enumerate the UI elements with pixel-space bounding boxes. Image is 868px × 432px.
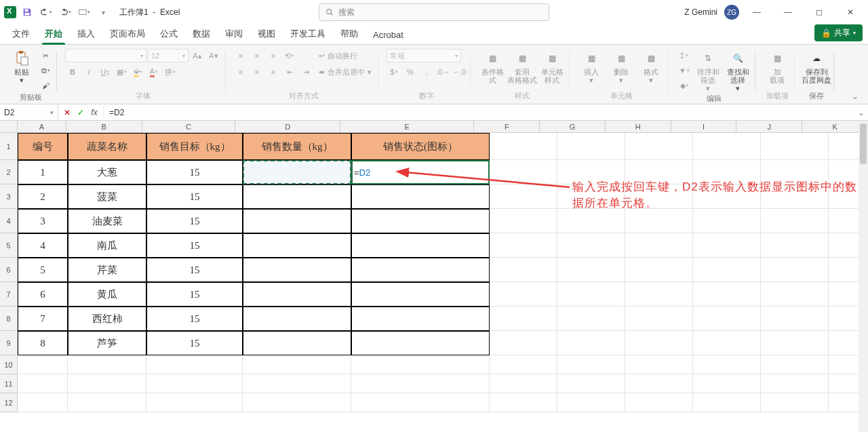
cell-G8[interactable] <box>557 307 625 331</box>
font-name-combo[interactable]: ▾ <box>65 49 146 62</box>
fill-button[interactable]: ▼ <box>677 64 692 77</box>
row-header-7[interactable]: 7 <box>0 282 18 307</box>
cell-A12[interactable] <box>18 393 68 412</box>
cell-H1[interactable] <box>625 133 693 160</box>
row-header-6[interactable]: 6 <box>0 258 18 282</box>
format-painter-button[interactable]: 🖌 <box>38 79 53 92</box>
autosum-button[interactable]: Σ <box>677 49 692 62</box>
qat-customize-button[interactable]: ▾ <box>95 4 111 20</box>
table-cell[interactable]: 8 <box>18 331 68 355</box>
border-button[interactable]: ▦ <box>114 65 129 79</box>
tab-视图[interactable]: 视图 <box>251 24 282 44</box>
format-cells-button[interactable]: ▦格式▾ <box>637 49 665 85</box>
ribbon-mode-button[interactable]: — <box>743 3 770 22</box>
paste-button[interactable]: 粘贴▾ <box>8 49 35 85</box>
vertical-scrollbar[interactable] <box>859 121 868 432</box>
cell-I12[interactable] <box>693 393 761 412</box>
cell-B11[interactable] <box>68 374 146 393</box>
decrease-font-button[interactable]: A▾ <box>206 49 221 62</box>
row-header-11[interactable]: 11 <box>0 374 18 393</box>
table-cell[interactable]: 5 <box>18 258 68 282</box>
col-header-E[interactable]: E <box>340 121 474 132</box>
cancel-formula-button[interactable]: ✕ <box>61 106 73 119</box>
insert-function-button[interactable]: fx <box>88 106 100 119</box>
table-cell[interactable]: 菠菜 <box>68 184 146 209</box>
cell-E12[interactable] <box>351 393 490 412</box>
table-cell[interactable]: 15 <box>146 209 243 233</box>
cell-I4[interactable] <box>693 209 761 233</box>
table-cell[interactable]: 15 <box>146 307 243 331</box>
name-box[interactable]: D2▾ <box>0 104 58 120</box>
minimize-button[interactable]: — <box>774 3 802 22</box>
delete-cells-button[interactable]: ▦删除▾ <box>608 49 635 85</box>
table-cell[interactable] <box>243 331 351 355</box>
cell-I1[interactable] <box>693 133 761 160</box>
table-cell[interactable] <box>243 233 351 258</box>
col-header-I[interactable]: I <box>671 121 737 132</box>
fill-color-button[interactable]: ⬙ <box>130 65 145 79</box>
table-cell[interactable] <box>351 209 490 233</box>
col-header-H[interactable]: H <box>606 121 671 132</box>
worksheet-grid[interactable]: ABCDEFGHIJK 123456789101112 编号蔬菜名称销售目标（k… <box>0 121 868 432</box>
decrease-decimal-button[interactable]: ←.0 <box>452 65 467 79</box>
search-input[interactable]: 搜索 <box>319 3 549 21</box>
cell-F3[interactable] <box>490 184 557 209</box>
cell-J9[interactable] <box>761 331 829 355</box>
indent-dec-button[interactable]: ⇤ <box>282 65 297 79</box>
row-header-3[interactable]: 3 <box>0 184 18 209</box>
cell-J12[interactable] <box>761 393 829 412</box>
cell-I6[interactable] <box>693 258 761 282</box>
col-header-G[interactable]: G <box>540 121 606 132</box>
cell-E11[interactable] <box>351 374 490 393</box>
user-name[interactable]: Z Gemini <box>684 7 717 17</box>
collapse-ribbon-button[interactable]: ⌄ <box>846 89 864 104</box>
col-header-D[interactable]: D <box>235 121 340 132</box>
cell-G11[interactable] <box>557 374 625 393</box>
table-cell[interactable]: 1 <box>18 160 68 184</box>
tab-帮助[interactable]: 帮助 <box>334 24 365 44</box>
addins-button[interactable]: ▦加 载项 <box>764 49 791 85</box>
cell-H11[interactable] <box>625 374 693 393</box>
column-headers[interactable]: ABCDEFGHIJK <box>18 121 868 133</box>
col-header-B[interactable]: B <box>66 121 142 132</box>
insert-cells-button[interactable]: ▦插入▾ <box>578 49 605 85</box>
table-cell[interactable]: 3 <box>18 209 68 233</box>
conditional-format-button[interactable]: ▦条件格式 <box>479 49 506 85</box>
table-cell[interactable]: 2 <box>18 184 68 209</box>
align-bottom-button[interactable]: ≡ <box>266 49 281 62</box>
table-cell[interactable]: 15 <box>146 233 243 258</box>
cell-J1[interactable] <box>761 133 829 160</box>
row-header-12[interactable]: 12 <box>0 393 18 412</box>
cell-G7[interactable] <box>557 282 625 307</box>
cell-E10[interactable] <box>351 355 490 374</box>
cell-F10[interactable] <box>490 355 557 374</box>
cell-F7[interactable] <box>490 282 557 307</box>
cell-J7[interactable] <box>761 282 829 307</box>
cell-H4[interactable] <box>625 209 693 233</box>
table-cell[interactable]: 15 <box>146 282 243 307</box>
table-cell[interactable]: 6 <box>18 282 68 307</box>
table-cell[interactable]: 15 <box>146 258 243 282</box>
table-cell[interactable]: 15 <box>146 331 243 355</box>
cell-F6[interactable] <box>490 258 557 282</box>
cell-F8[interactable] <box>490 307 557 331</box>
cell-G12[interactable] <box>557 393 625 412</box>
find-select-button[interactable]: 🔍查找和选择▾ <box>724 49 751 94</box>
col-header-J[interactable]: J <box>736 121 802 132</box>
cell-C10[interactable] <box>146 355 243 374</box>
cell-F11[interactable] <box>490 374 557 393</box>
table-cell[interactable]: 芹菜 <box>68 258 146 282</box>
copy-button[interactable]: ⧉ <box>38 64 53 77</box>
cell-I8[interactable] <box>693 307 761 331</box>
cell-D12[interactable] <box>243 393 351 412</box>
cell-I5[interactable] <box>693 233 761 258</box>
cell-styles-button[interactable]: ▦单元格样式 <box>538 49 566 85</box>
tab-公式[interactable]: 公式 <box>153 24 184 44</box>
tab-审阅[interactable]: 审阅 <box>218 24 250 44</box>
cell-J8[interactable] <box>761 307 829 331</box>
table-cell[interactable]: 大葱 <box>68 160 146 184</box>
table-cell[interactable]: 4 <box>18 233 68 258</box>
cell-J11[interactable] <box>761 374 829 393</box>
table-header[interactable]: 编号 <box>18 133 68 160</box>
col-header-F[interactable]: F <box>474 121 540 132</box>
